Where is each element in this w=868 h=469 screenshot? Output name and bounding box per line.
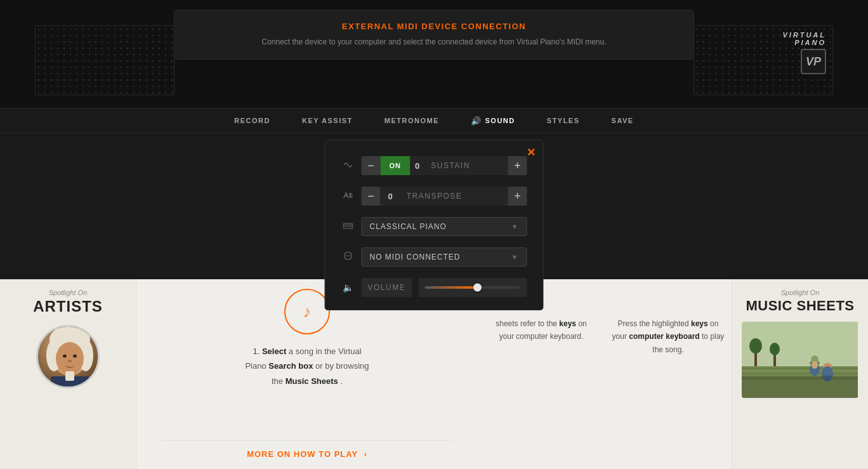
sound-panel: × − ON 0 SUSTAIN + −	[325, 140, 544, 310]
transpose-control: − 0 TRANSPOSE +	[362, 187, 527, 206]
svg-rect-14	[742, 373, 858, 374]
midi-banner-description: Connect the device to your computer and …	[194, 36, 674, 48]
step1-text: 1. Select a song in the Virtual Piano Se…	[244, 344, 371, 388]
instrument-row: CLASSICAL PIANO ▼	[341, 217, 527, 236]
svg-rect-13	[742, 367, 858, 369]
more-link-container: MORE ON HOW TO PLAY ›	[162, 440, 452, 459]
svg-point-25	[770, 343, 780, 355]
instrument-value: CLASSICAL PIANO	[370, 222, 447, 231]
step3-area: Press the highlighted keys on your compu…	[605, 279, 732, 469]
midi-icon	[341, 251, 355, 263]
svg-rect-31	[351, 223, 352, 227]
arrow-icon: ›	[364, 449, 367, 459]
speaker-icon: 🔊	[471, 116, 482, 126]
dropdown-arrow-midi: ▼	[511, 253, 519, 261]
nav-sound[interactable]: 🔊 SOUND	[471, 116, 515, 126]
midi-row: NO MIDI CONNECTED ▼	[341, 248, 527, 267]
sustain-minus[interactable]: −	[362, 156, 381, 175]
svg-point-6	[63, 355, 67, 358]
midi-banner-title: EXTERNAL MIDI DEVICE CONNECTION	[194, 22, 674, 31]
step1-musicsheets: Music Sheets	[286, 376, 338, 386]
sustain-plus[interactable]: +	[508, 156, 527, 175]
transpose-label: TRANSPOSE	[400, 187, 508, 206]
sustain-on[interactable]: ON	[381, 156, 411, 175]
svg-point-7	[73, 355, 77, 358]
volume-fill	[424, 286, 477, 289]
music-note-icon: ♪	[303, 302, 312, 322]
sustain-value: 0	[410, 156, 424, 175]
svg-point-5	[56, 342, 84, 375]
spotlight-music-title: MUSIC SHEETS	[742, 298, 858, 314]
svg-point-33	[346, 255, 347, 256]
transpose-icon	[341, 190, 355, 202]
sustain-control: − ON 0 SUSTAIN +	[362, 156, 527, 175]
svg-rect-28	[345, 223, 346, 227]
svg-rect-29	[347, 223, 348, 227]
nav-key-assist[interactable]: KEY ASSIST	[302, 117, 353, 124]
volume-slider-container[interactable]	[418, 278, 527, 297]
artist-avatar[interactable]	[36, 325, 100, 388]
volume-row: 🔈 VOLUME	[341, 278, 527, 297]
svg-rect-26	[742, 376, 858, 398]
volume-label: VOLUME	[362, 278, 412, 297]
svg-point-23	[749, 338, 762, 353]
transpose-minus[interactable]: −	[362, 187, 381, 206]
transpose-row: − 0 TRANSPOSE +	[341, 187, 527, 206]
more-link[interactable]: MORE ON HOW TO PLAY ›	[247, 449, 367, 459]
step-number: 1.	[253, 347, 261, 356]
step1-select: Select	[262, 347, 286, 356]
spotlight-artists-panel: Spotlight On ARTISTS	[0, 279, 136, 469]
sustain-label: SUSTAIN	[424, 156, 508, 175]
nav-styles[interactable]: STYLES	[547, 117, 580, 124]
transpose-value: 0	[381, 187, 400, 206]
step1-period: .	[340, 376, 343, 386]
midi-dropdown[interactable]: NO MIDI CONNECTED ▼	[362, 248, 527, 267]
vp-logo: VIRTUAL PIANO VP	[783, 31, 826, 74]
instrument-icon	[341, 220, 355, 233]
nav-bar: RECORD KEY ASSIST METRONOME 🔊 SOUND STYL…	[0, 108, 868, 133]
sustain-row: − ON 0 SUSTAIN +	[341, 156, 527, 175]
nav-record[interactable]: RECORD	[234, 117, 270, 124]
close-button[interactable]: ×	[527, 145, 536, 159]
transpose-plus[interactable]: +	[508, 187, 527, 206]
nav-save[interactable]: SAVE	[612, 117, 634, 124]
step1-searchbox: Search box	[268, 361, 313, 371]
instrument-dropdown[interactable]: CLASSICAL PIANO ▼	[362, 217, 527, 236]
vp-logo-area: VIRTUAL PIANO VP	[694, 25, 833, 95]
spotlight-music-panel: Spotlight On MUSIC SHEETS	[732, 279, 868, 469]
left-decoration	[35, 25, 174, 95]
svg-point-19	[812, 361, 818, 369]
svg-point-35	[350, 255, 351, 256]
svg-rect-30	[349, 223, 350, 227]
midi-banner: EXTERNAL MIDI DEVICE CONNECTION Connect …	[174, 10, 694, 60]
spotlight-artists-title: ARTISTS	[10, 298, 126, 315]
music-sheet-thumbnail[interactable]	[742, 322, 858, 398]
music-note-circle: ♪	[284, 289, 330, 334]
spotlight-artists-label: Spotlight On	[10, 289, 126, 296]
svg-point-34	[348, 255, 349, 256]
midi-value: NO MIDI CONNECTED	[370, 253, 461, 261]
volume-thumb[interactable]	[473, 284, 482, 292]
svg-rect-10	[65, 371, 74, 381]
header: EXTERNAL MIDI DEVICE CONNECTION Connect …	[0, 0, 868, 108]
spotlight-music-label: Spotlight On	[742, 289, 858, 296]
svg-point-8	[68, 360, 72, 362]
dropdown-arrow-instrument: ▼	[511, 223, 519, 230]
sustain-icon	[341, 160, 355, 172]
volume-icon: 🔈	[341, 282, 355, 293]
nav-metronome[interactable]: METRONOME	[385, 117, 439, 124]
volume-track	[424, 286, 520, 289]
